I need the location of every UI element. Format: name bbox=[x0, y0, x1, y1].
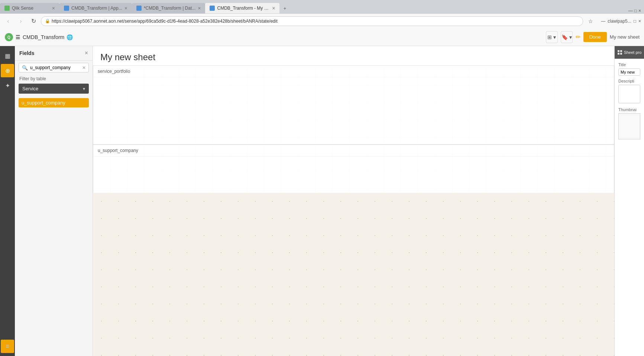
fields-title: Fields bbox=[19, 50, 85, 56]
tab-bar: Qlik Sense × CMDB_Transform | App... × *… bbox=[0, 0, 644, 13]
new-tab-button[interactable]: + bbox=[279, 3, 290, 13]
table-dropdown-label: Service bbox=[22, 86, 83, 91]
tab-title-1: Qlik Sense bbox=[12, 6, 50, 11]
canvas-area: My new sheet service_portfolio u_support… bbox=[93, 46, 614, 356]
charts-area: service_portfolio u_support_company bbox=[93, 65, 614, 209]
title-prop-label: Title bbox=[618, 62, 640, 67]
tab-icon-4 bbox=[210, 6, 215, 11]
done-button[interactable]: Done bbox=[583, 32, 607, 42]
search-icon: 🔍 bbox=[22, 65, 28, 71]
tab-cmdb-my[interactable]: CMDB_Transform - My n... × bbox=[205, 3, 279, 13]
canvas-grid[interactable] bbox=[93, 193, 614, 356]
svg-rect-6 bbox=[620, 53, 622, 55]
tab-title-3: *CMDB_Transform | Dat... bbox=[144, 6, 195, 11]
svg-rect-4 bbox=[620, 50, 622, 52]
browser-minimize[interactable]: — bbox=[628, 8, 633, 13]
browser-close[interactable]: × bbox=[638, 8, 641, 13]
header-actions: ⊞ ▾ 🔖 ▾ ✏ Done My new sheet bbox=[546, 31, 640, 43]
sheet-title: My new sheet bbox=[100, 52, 607, 62]
profile-name: clawipap5... bbox=[608, 19, 631, 24]
fields-header: Fields × bbox=[15, 46, 93, 61]
sidebar-fields-button[interactable]: ⊕ bbox=[1, 64, 14, 77]
tab-icon-3 bbox=[136, 6, 142, 11]
sheet-props-tab[interactable]: Sheet pro bbox=[615, 46, 644, 59]
tab-cmdb-dat[interactable]: *CMDB_Transform | Dat... × bbox=[132, 3, 206, 13]
search-clear-button[interactable]: × bbox=[82, 65, 85, 71]
filter-by-table-label: Filter by table bbox=[15, 75, 93, 83]
svg-rect-5 bbox=[618, 53, 619, 55]
chart-title-text-2: u_support_company bbox=[98, 148, 138, 153]
fields-search-input[interactable] bbox=[30, 65, 80, 70]
sheet-name-header: My new sheet bbox=[610, 34, 640, 40]
fields-panel: Fields × 🔍 × Filter by table Service ▾ u… bbox=[15, 46, 93, 356]
tab-close-2[interactable]: × bbox=[124, 5, 127, 11]
tab-close-4[interactable]: × bbox=[272, 5, 275, 11]
canvas-wrapper: My new sheet service_portfolio u_support… bbox=[93, 46, 614, 356]
sheet-props-content: Title Descripti Thumbnai bbox=[615, 59, 644, 356]
forward-button[interactable]: › bbox=[16, 16, 26, 26]
right-panel: Sheet pro Title Descripti Thumbnai bbox=[614, 46, 644, 356]
sheet-title-area: My new sheet bbox=[93, 46, 614, 65]
thumbnail-prop-area bbox=[618, 113, 640, 139]
tab-icon-2 bbox=[64, 6, 69, 11]
main-layout: ▦ ⊕ ✦ ≡ Fields × 🔍 × Filter by table Ser… bbox=[0, 46, 644, 356]
browser-star[interactable]: ☆ bbox=[585, 16, 596, 26]
icon-sidebar: ▦ ⊕ ✦ ≡ bbox=[0, 46, 15, 356]
tab-cmdb-app[interactable]: CMDB_Transform | App... × bbox=[59, 3, 132, 13]
layout-button[interactable]: ⊞ ▾ bbox=[546, 31, 558, 43]
address-input-container[interactable]: 🔒 https://clawipap5067.aonnet.aon.net/se… bbox=[41, 16, 583, 26]
globe-icon: 🌐 bbox=[67, 34, 73, 40]
fields-close-button[interactable]: × bbox=[85, 50, 88, 56]
field-item-label: u_support_company bbox=[22, 100, 65, 106]
browser-chrome: Qlik Sense × CMDB_Transform | App... × *… bbox=[0, 0, 644, 28]
sidebar-connect-button[interactable]: ✦ bbox=[1, 79, 14, 92]
tab-close-1[interactable]: × bbox=[52, 5, 55, 11]
field-item-u-support-company[interactable]: u_support_company bbox=[19, 98, 89, 107]
filter-label-text: Filter by table bbox=[19, 76, 46, 81]
chart-title-text-1: service_portfolio bbox=[98, 69, 130, 74]
search-container: 🔍 × bbox=[15, 61, 93, 75]
browser-restore[interactable]: □ bbox=[634, 8, 637, 13]
title-prop-input[interactable] bbox=[618, 68, 640, 76]
chart-title-2: u_support_company bbox=[93, 145, 614, 156]
dropdown-arrow-icon: ▾ bbox=[83, 86, 85, 91]
search-box: 🔍 × bbox=[19, 63, 89, 72]
sheet-props-icon bbox=[617, 50, 622, 55]
tab-qlik-sense[interactable]: Qlik Sense × bbox=[0, 3, 59, 13]
app-logo-area: Q ☰ CMDB_Transform 🌐 bbox=[4, 33, 73, 42]
fields-list: u_support_company bbox=[15, 97, 93, 109]
tab-title-4: CMDB_Transform - My n... bbox=[217, 6, 270, 11]
tab-close-3[interactable]: × bbox=[198, 5, 201, 11]
tab-icon-1 bbox=[4, 6, 10, 11]
app-title: CMDB_Transform bbox=[23, 34, 64, 40]
app-logo-icon: Q bbox=[4, 33, 13, 42]
svg-text:Q: Q bbox=[7, 35, 10, 39]
app-header: Q ☰ CMDB_Transform 🌐 ⊞ ▾ 🔖 ▾ ✏ Done My n… bbox=[0, 28, 644, 46]
chart-title-1: service_portfolio bbox=[93, 66, 614, 77]
pencil-icon: ✏ bbox=[576, 33, 580, 41]
description-prop-textarea[interactable] bbox=[618, 85, 640, 103]
restore-win[interactable]: □ bbox=[634, 19, 636, 24]
chart-box-1[interactable]: service_portfolio bbox=[93, 65, 614, 145]
thumbnail-prop-label: Thumbnai bbox=[618, 107, 640, 112]
close-win[interactable]: × bbox=[638, 19, 641, 24]
profile-section: — clawipap5... □ × bbox=[601, 19, 641, 24]
minimize-win[interactable]: — bbox=[601, 19, 605, 24]
secure-icon: 🔒 bbox=[45, 19, 50, 23]
svg-rect-3 bbox=[618, 50, 619, 52]
table-dropdown[interactable]: Service ▾ bbox=[19, 84, 89, 94]
description-prop-label: Descripti bbox=[618, 79, 640, 83]
back-button[interactable]: ‹ bbox=[3, 16, 13, 26]
address-text: https://clawipap5067.aonnet.aon.net/sens… bbox=[52, 19, 278, 24]
refresh-button[interactable]: ↻ bbox=[28, 16, 39, 26]
chart-content-1 bbox=[93, 77, 614, 144]
tab-title-2: CMDB_Transform | App... bbox=[71, 6, 122, 11]
bookmark-button[interactable]: 🔖 ▾ bbox=[561, 31, 573, 43]
sidebar-stack-button[interactable]: ≡ bbox=[1, 340, 14, 353]
address-bar: ‹ › ↻ 🔒 https://clawipap5067.aonnet.aon.… bbox=[0, 13, 644, 28]
sidebar-charts-button[interactable]: ▦ bbox=[1, 49, 14, 62]
sheet-props-tab-label: Sheet pro bbox=[624, 50, 642, 55]
nav-menu-icon[interactable]: ☰ bbox=[16, 34, 20, 40]
